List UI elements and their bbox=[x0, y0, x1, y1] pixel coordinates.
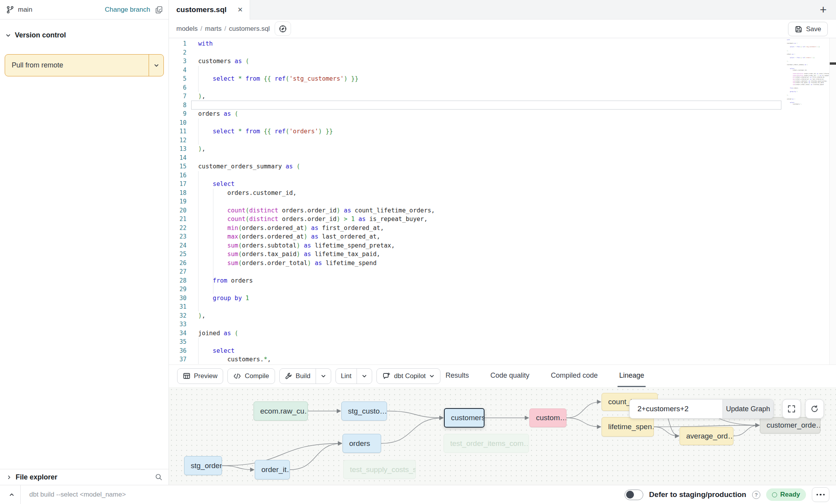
lineage-node-customer_orders[interactable]: customer_orde… bbox=[760, 417, 820, 433]
code-line[interactable]: max(orders.ordered_at) as last_ordered_a… bbox=[198, 232, 777, 241]
code-line[interactable] bbox=[198, 48, 777, 57]
tab-customers-sql[interactable]: customers.sql × bbox=[169, 0, 250, 19]
defer-toggle[interactable] bbox=[625, 490, 643, 500]
code-line[interactable]: select bbox=[198, 347, 777, 355]
lineage-node-ecom_raw[interactable]: ecom.raw_cu… bbox=[254, 401, 308, 421]
command-bar-expand-button[interactable] bbox=[9, 492, 15, 498]
code-line[interactable]: from orders bbox=[198, 276, 777, 285]
code-editor[interactable]: 1234567891011121314151617181920212223242… bbox=[169, 38, 836, 364]
code-line[interactable]: customer_orders_summary as ( bbox=[198, 162, 777, 171]
code-line[interactable]: orders.customer_id, bbox=[198, 189, 777, 198]
pull-from-remote-button[interactable]: Pull from remote bbox=[5, 54, 164, 76]
scrollbar-thumb[interactable] bbox=[830, 62, 836, 65]
code-line[interactable] bbox=[198, 154, 777, 163]
lineage-node-test_supply[interactable]: test_supply_costs_s… bbox=[343, 460, 416, 479]
lineage-node-test_order_items[interactable]: test_order_items_com… bbox=[444, 434, 529, 453]
code-line[interactable]: customers as ( bbox=[198, 57, 777, 66]
chevron-down-icon bbox=[154, 63, 159, 68]
version-control-header[interactable]: Version control bbox=[5, 31, 66, 39]
lint-dropdown-toggle[interactable] bbox=[357, 369, 372, 384]
code-line[interactable]: with bbox=[198, 39, 777, 48]
editor-scrollbar[interactable] bbox=[829, 38, 836, 364]
code-line[interactable]: min(orders.ordered_at) as first_ordered_… bbox=[198, 224, 777, 233]
build-button[interactable]: Build bbox=[280, 369, 316, 384]
panel-tab-compiled-code[interactable]: Compiled code bbox=[549, 365, 599, 387]
code-line[interactable]: select * from {{ ref('orders') }} bbox=[198, 127, 777, 136]
overflow-menu-button[interactable] bbox=[812, 487, 829, 502]
save-button[interactable]: Save bbox=[788, 22, 828, 36]
refresh-button[interactable] bbox=[805, 399, 824, 419]
chevron-down-icon bbox=[362, 373, 367, 379]
pull-dropdown-toggle[interactable] bbox=[149, 55, 163, 76]
code-line[interactable] bbox=[198, 83, 777, 92]
code-line[interactable]: customers.*, bbox=[198, 355, 777, 364]
breadcrumb-separator: / bbox=[201, 25, 202, 33]
code-line[interactable]: count(distinct orders.order_id) > 1 as i… bbox=[198, 215, 777, 224]
lineage-node-stg_customers[interactable]: stg_custo… bbox=[341, 401, 387, 421]
help-icon[interactable]: ? bbox=[752, 491, 760, 499]
code-content[interactable]: with customers as ( select * from {{ ref… bbox=[198, 39, 777, 364]
code-line[interactable]: orders as ( bbox=[198, 110, 777, 118]
chevron-down-icon bbox=[5, 33, 11, 38]
code-line[interactable] bbox=[198, 338, 777, 347]
code-line[interactable]: sum(orders.order_total) as lifetime_spen… bbox=[198, 259, 777, 268]
lineage-node-stg_orders[interactable]: stg_orders bbox=[184, 456, 222, 475]
code-line[interactable] bbox=[198, 118, 777, 127]
lineage-node-custom[interactable]: custom… bbox=[529, 409, 566, 427]
code-line[interactable] bbox=[198, 267, 777, 276]
copy-icon[interactable] bbox=[155, 5, 163, 14]
code-line[interactable] bbox=[198, 285, 777, 294]
search-icon[interactable] bbox=[155, 473, 163, 481]
compile-button[interactable]: Compile bbox=[227, 368, 275, 384]
code-line[interactable]: group by 1 bbox=[198, 294, 777, 303]
code-line[interactable] bbox=[198, 320, 777, 329]
line-number: 2 bbox=[169, 48, 186, 57]
status-badge[interactable]: Ready bbox=[766, 488, 806, 501]
code-line[interactable] bbox=[198, 66, 777, 75]
code-line[interactable] bbox=[198, 197, 777, 206]
lineage-node-lifetime_spend[interactable]: lifetime_spen… bbox=[602, 417, 654, 437]
new-tab-button[interactable]: + bbox=[817, 3, 829, 16]
line-numbers: 1234567891011121314151617181920212223242… bbox=[169, 39, 191, 364]
panel-tab-results[interactable]: Results bbox=[444, 365, 470, 387]
lineage-canvas[interactable]: ecom.raw_cu…stg_custo…customerscustom…co… bbox=[169, 387, 836, 485]
code-line[interactable]: select bbox=[198, 180, 777, 189]
lineage-selector-input[interactable] bbox=[630, 400, 722, 418]
breadcrumb-models[interactable]: models bbox=[176, 25, 198, 33]
dbt-copilot-button[interactable]: dbt Copilot bbox=[376, 368, 440, 384]
fullscreen-button[interactable] bbox=[782, 399, 801, 419]
code-line[interactable]: ), bbox=[198, 311, 777, 320]
close-icon[interactable]: × bbox=[236, 5, 244, 15]
code-line[interactable] bbox=[198, 101, 777, 110]
code-line[interactable]: ), bbox=[198, 92, 777, 101]
minimap[interactable]: with customers as ( select * from {{ ref… bbox=[787, 39, 829, 107]
lineage-node-customers[interactable]: customers bbox=[444, 408, 485, 428]
panel-tab-lineage[interactable]: Lineage bbox=[618, 365, 646, 387]
command-input[interactable]: dbt build --select <model_name> bbox=[29, 491, 126, 499]
copilot-compass-button[interactable] bbox=[275, 21, 291, 36]
breadcrumb-file[interactable]: customers.sql bbox=[229, 25, 270, 33]
lineage-node-orders[interactable]: orders bbox=[343, 434, 381, 453]
code-line[interactable] bbox=[198, 302, 777, 311]
code-line[interactable]: count(distinct orders.order_id) as count… bbox=[198, 206, 777, 215]
code-line[interactable]: sum(orders.tax_paid) as lifetime_tax_pai… bbox=[198, 250, 777, 259]
preview-button[interactable]: Preview bbox=[177, 368, 223, 384]
line-number: 36 bbox=[169, 347, 186, 355]
panel-tab-code-quality[interactable]: Code quality bbox=[489, 365, 531, 387]
code-line[interactable]: sum(orders.subtotal) as lifetime_spend_p… bbox=[198, 241, 777, 250]
code-line[interactable]: select * from {{ ref('stg_customers') }} bbox=[198, 74, 777, 83]
change-branch-link[interactable]: Change branch bbox=[105, 6, 150, 14]
breadcrumb-marts[interactable]: marts bbox=[205, 25, 222, 33]
code-line[interactable]: joined as ( bbox=[198, 329, 777, 338]
code-line[interactable]: ), bbox=[198, 145, 777, 154]
update-graph-button[interactable]: Update Graph bbox=[722, 400, 773, 418]
table-icon bbox=[183, 372, 190, 380]
lineage-node-average_order[interactable]: average_ord… bbox=[680, 427, 733, 445]
build-dropdown-toggle[interactable] bbox=[316, 369, 331, 384]
lint-button[interactable]: Lint bbox=[336, 369, 357, 384]
code-line[interactable] bbox=[198, 136, 777, 145]
line-number: 34 bbox=[169, 329, 186, 338]
lineage-node-order_items[interactable]: order_it… bbox=[255, 460, 290, 479]
file-explorer-header[interactable]: File explorer bbox=[0, 469, 169, 485]
code-line[interactable] bbox=[198, 171, 777, 180]
